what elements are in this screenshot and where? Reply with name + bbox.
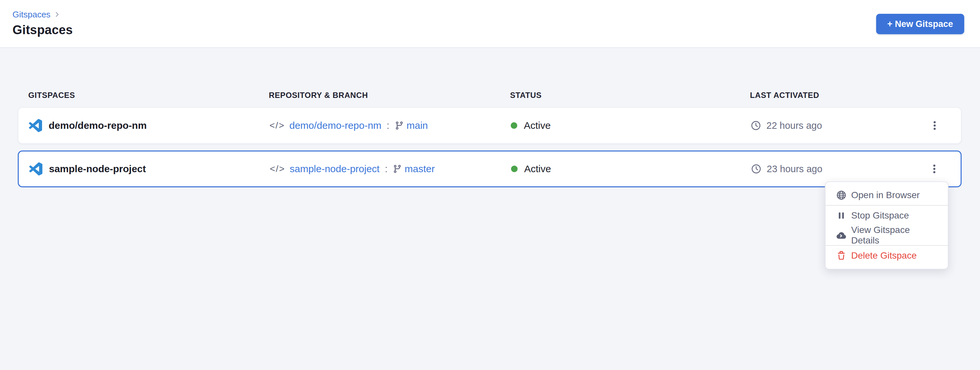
menu-item-view-gitspace-details[interactable]: View Gitspace Details	[826, 225, 948, 245]
kebab-menu-icon	[929, 164, 940, 174]
menu-item-label: View Gitspace Details	[851, 225, 939, 246]
git-branch-icon	[393, 164, 402, 173]
repository-branch-cell: </> demo/demo-repo-nm : main	[269, 120, 511, 131]
code-icon: </>	[269, 120, 285, 131]
vscode-icon	[29, 119, 42, 132]
vscode-icon	[29, 162, 42, 175]
gitspace-name-cell: sample-node-project	[29, 162, 270, 175]
menu-item-open-in-browser[interactable]: Open in Browser	[826, 185, 948, 205]
status-cell: Active	[511, 163, 751, 175]
last-activated-text: 22 hours ago	[766, 120, 822, 131]
code-icon: </>	[270, 164, 285, 174]
breadcrumb: Gitspaces	[13, 8, 964, 21]
repo-branch-separator: :	[386, 120, 390, 131]
menu-item-label: Stop Gitspace	[851, 210, 909, 221]
column-header-gitspaces: GITSPACES	[28, 91, 269, 100]
gitspace-name: sample-node-project	[49, 163, 146, 175]
menu-item-label: Open in Browser	[851, 190, 920, 200]
status-active-dot	[511, 122, 517, 129]
table-row[interactable]: demo/demo-repo-nm </> demo/demo-repo-nm …	[18, 107, 962, 144]
new-gitspace-button[interactable]: + New Gitspace	[876, 14, 964, 34]
pause-icon	[836, 211, 846, 220]
gitspace-name: demo/demo-repo-nm	[49, 120, 146, 131]
globe-icon	[836, 190, 846, 200]
status-active-dot	[511, 166, 518, 172]
menu-item-stop-gitspace[interactable]: Stop Gitspace	[826, 206, 948, 225]
chevron-right-icon	[53, 11, 61, 18]
trash-icon	[836, 251, 846, 260]
git-branch-icon	[395, 121, 404, 130]
gitspace-name-cell: demo/demo-repo-nm	[29, 119, 269, 132]
repository-link[interactable]: sample-node-project	[290, 163, 379, 175]
status-text: Active	[524, 120, 551, 131]
breadcrumb-gitspaces-link[interactable]: Gitspaces	[13, 10, 51, 20]
table-row-selected[interactable]: sample-node-project </> sample-node-proj…	[18, 151, 962, 187]
column-header-last-activated: LAST ACTIVATED	[750, 91, 920, 100]
table-header: GITSPACES REPOSITORY & BRANCH STATUS LAS…	[18, 91, 962, 100]
status-text: Active	[524, 163, 551, 175]
branch-link[interactable]: master	[404, 163, 435, 175]
last-activated-cell: 23 hours ago	[751, 164, 918, 175]
status-cell: Active	[511, 120, 751, 131]
cloud-details-icon	[836, 230, 846, 241]
row-actions-kebab-button[interactable]	[926, 117, 943, 134]
repository-branch-cell: </> sample-node-project : master	[270, 163, 511, 175]
row-actions-kebab-button[interactable]	[926, 160, 943, 178]
repository-link[interactable]: demo/demo-repo-nm	[289, 120, 381, 131]
menu-item-delete-gitspace[interactable]: Delete Gitspace	[826, 246, 948, 265]
column-header-repository-branch: REPOSITORY & BRANCH	[269, 91, 510, 100]
last-activated-text: 23 hours ago	[767, 164, 822, 175]
repo-branch-separator: :	[384, 163, 388, 175]
last-activated-cell: 22 hours ago	[751, 120, 919, 131]
menu-item-label: Delete Gitspace	[851, 250, 916, 261]
row-context-menu: Open in Browser Stop Gitspace View Gitsp…	[825, 181, 948, 270]
page-title: Gitspaces	[13, 23, 964, 37]
clock-icon	[751, 164, 762, 174]
column-header-status: STATUS	[510, 91, 750, 100]
branch-link[interactable]: main	[407, 120, 428, 131]
page-header: Gitspaces Gitspaces + New Gitspace	[0, 0, 980, 48]
clock-icon	[751, 120, 761, 131]
gitspaces-page: Gitspaces Gitspaces + New Gitspace GITSP…	[0, 0, 980, 370]
kebab-menu-icon	[929, 120, 940, 131]
